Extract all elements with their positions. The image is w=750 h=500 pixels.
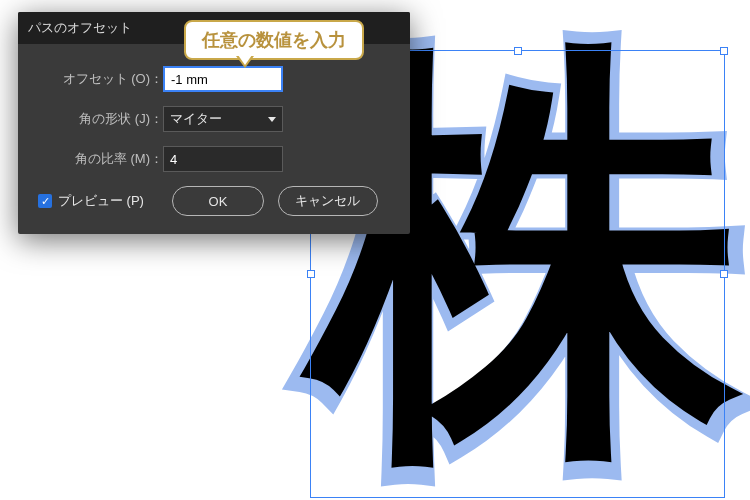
selection-handle[interactable] <box>307 270 315 278</box>
joins-select[interactable]: マイター <box>163 106 283 132</box>
cancel-button[interactable]: キャンセル <box>278 186 378 216</box>
dialog-footer: ✓ プレビュー (P) OK キャンセル <box>38 186 390 216</box>
miter-row: 角の比率 (M)： <box>38 146 390 172</box>
preview-label: プレビュー (P) <box>58 192 144 210</box>
dialog-body: オフセット (O)： 角の形状 (J)： マイター 角の比率 (M)： ✓ プレ… <box>18 44 410 234</box>
joins-row: 角の形状 (J)： マイター <box>38 106 390 132</box>
annotation-callout: 任意の数値を入力 <box>184 20 364 60</box>
offset-input[interactable] <box>163 66 283 92</box>
chevron-down-icon <box>268 117 276 122</box>
app-stage: 株 株 パスのオフセット オフセット (O)： 角の形状 (J)： マイター <box>0 0 750 500</box>
checkmark-icon: ✓ <box>38 194 52 208</box>
annotation-text: 任意の数値を入力 <box>184 20 364 60</box>
callout-tail-icon <box>236 56 254 68</box>
joins-label: 角の形状 (J)： <box>38 110 163 128</box>
ok-button[interactable]: OK <box>172 186 264 216</box>
selection-handle[interactable] <box>720 270 728 278</box>
offset-label: オフセット (O)： <box>38 70 163 88</box>
joins-select-value: マイター <box>170 110 222 128</box>
offset-row: オフセット (O)： <box>38 66 390 92</box>
selection-handle[interactable] <box>720 47 728 55</box>
miter-limit-input[interactable] <box>163 146 283 172</box>
dialog-title: パスのオフセット <box>28 19 132 37</box>
preview-checkbox[interactable]: ✓ プレビュー (P) <box>38 192 144 210</box>
selection-handle[interactable] <box>514 47 522 55</box>
miter-label: 角の比率 (M)： <box>38 150 163 168</box>
